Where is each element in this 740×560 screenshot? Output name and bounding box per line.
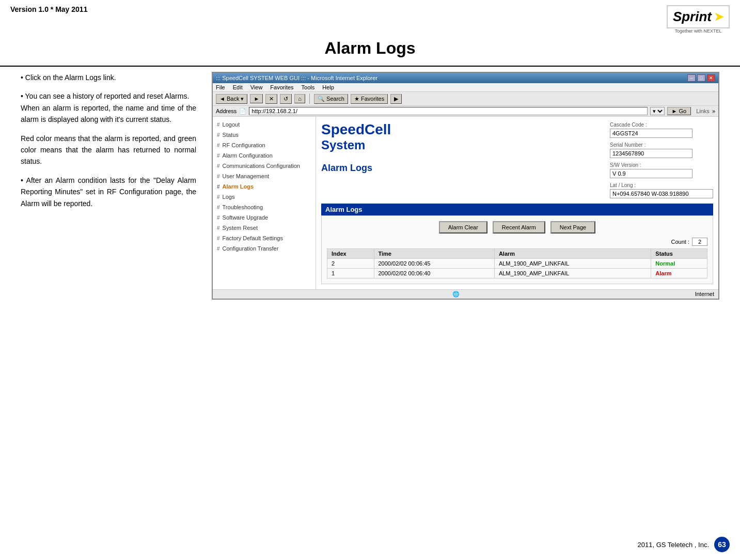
nav-troubleshooting[interactable]: # Troubleshooting bbox=[213, 202, 316, 212]
speedcell-brand-line1: SpeedCell bbox=[321, 122, 391, 138]
browser-addressbar: Address 📄 ▾ ► Go Links » bbox=[213, 106, 718, 117]
serial-number-label: Serial Number : bbox=[610, 142, 713, 148]
lat-long-field: Lat / Long : bbox=[610, 182, 713, 198]
statusbar-right: Internet bbox=[695, 291, 714, 298]
menu-edit[interactable]: Edit bbox=[233, 84, 243, 90]
nav-rf-config[interactable]: # RF Configuration bbox=[213, 140, 316, 150]
col-status: Status bbox=[651, 249, 707, 259]
nav-software-upgrade[interactable]: # Software Upgrade bbox=[213, 212, 316, 223]
browser-toolbar: ◄ Back ▾ ► ✕ ↺ ⌂ 🔍 Search ★ Favorites ▶ bbox=[213, 92, 718, 106]
browser-menubar: File Edit View Favorites Tools Help bbox=[213, 83, 718, 92]
footer-text: 2011, GS Teletech , Inc. bbox=[637, 541, 709, 549]
menu-view[interactable]: View bbox=[250, 84, 263, 90]
page-title: Alarm Logs bbox=[0, 39, 740, 58]
sprint-logo: Sprint ➤ Together with NEXTEL bbox=[667, 5, 730, 34]
links-chevron-icon: » bbox=[712, 108, 715, 114]
maximize-button[interactable]: □ bbox=[697, 74, 705, 82]
web-page-content: # Logout # Status # RF Configuration # A… bbox=[213, 117, 718, 289]
nav-alarm-logs[interactable]: # Alarm Logs bbox=[213, 181, 316, 192]
serial-number-input[interactable] bbox=[610, 149, 692, 158]
browser-window: ::: SpeedCell SYSTEM WEB GUI ::: - Micro… bbox=[212, 72, 719, 300]
close-button[interactable]: ✕ bbox=[707, 74, 715, 82]
page-footer: 2011, GS Teletech , Inc. 63 bbox=[637, 537, 730, 552]
back-button[interactable]: ◄ Back ▾ bbox=[216, 94, 247, 104]
forward-button[interactable]: ► bbox=[250, 94, 263, 103]
sw-version-field: S/W Version : bbox=[610, 162, 713, 178]
sprint-name: Sprint bbox=[673, 9, 712, 25]
row1-status: Normal bbox=[651, 259, 707, 269]
menu-help[interactable]: Help bbox=[322, 84, 334, 90]
version-text: Version 1.0 * May 2011 bbox=[10, 5, 87, 13]
lat-long-input[interactable] bbox=[610, 189, 713, 198]
nav-alarm-config[interactable]: # Alarm Configuration bbox=[213, 150, 316, 161]
info-fields: Cascade Code : Serial Number : S/W Versi… bbox=[610, 122, 713, 198]
alarm-table: Index Time Alarm Status 2 2000/02/02 00:… bbox=[327, 248, 707, 278]
page-number: 63 bbox=[714, 537, 730, 552]
left-panel: • Click on the Alarm Logs link. • You ca… bbox=[21, 72, 196, 300]
search-button[interactable]: 🔍 Search bbox=[314, 94, 348, 104]
row1-alarm: ALM_1900_AMP_LINKFAIL bbox=[494, 259, 651, 269]
alarm-logs-content: Alarm Clear Recent Alarm Next Page Count… bbox=[321, 215, 713, 284]
toolbar-separator bbox=[309, 94, 310, 104]
sw-version-input[interactable] bbox=[610, 169, 692, 178]
bullet-2: • You can see a history of reported and … bbox=[21, 90, 196, 125]
page-header: Version 1.0 * May 2011 Sprint ➤ Together… bbox=[0, 0, 740, 36]
col-time: Time bbox=[374, 249, 494, 259]
nav-user-mgmt[interactable]: # User Management bbox=[213, 171, 316, 181]
menu-tools[interactable]: Tools bbox=[302, 84, 315, 90]
bullet-4: • After an Alarm condition lasts for the… bbox=[21, 175, 196, 209]
count-label: Count : bbox=[671, 239, 689, 245]
go-button[interactable]: ► Go bbox=[667, 107, 691, 115]
bullet-2-detail: When an alarm is reported, the name and … bbox=[21, 104, 196, 123]
row2-index: 1 bbox=[327, 269, 374, 278]
row2-time: 2000/02/02 00:06:40 bbox=[374, 269, 494, 278]
browser-title: ::: SpeedCell SYSTEM WEB GUI ::: - Micro… bbox=[216, 75, 377, 81]
nav-config-transfer[interactable]: # Configuration Transfer bbox=[213, 243, 316, 254]
browser-statusbar: 🌐 Internet bbox=[213, 289, 718, 299]
nav-status[interactable]: # Status bbox=[213, 130, 316, 140]
menu-favorites[interactable]: Favorites bbox=[270, 84, 293, 90]
col-alarm: Alarm bbox=[494, 249, 651, 259]
address-dropdown[interactable]: ▾ bbox=[650, 107, 665, 115]
col-index: Index bbox=[327, 249, 374, 259]
bullet-2-text: • You can see a history of reported and … bbox=[21, 92, 189, 100]
alarm-clear-button[interactable]: Alarm Clear bbox=[439, 221, 487, 234]
nav-system-reset[interactable]: # System Reset bbox=[213, 223, 316, 233]
serial-number-field: Serial Number : bbox=[610, 142, 713, 158]
address-icon: 📄 bbox=[239, 108, 246, 115]
minimize-button[interactable]: – bbox=[687, 74, 696, 82]
browser-window-controls: – □ ✕ bbox=[687, 74, 715, 82]
row2-status: Alarm bbox=[651, 269, 707, 278]
cascade-code-label: Cascade Code : bbox=[610, 122, 713, 128]
nav-logs[interactable]: # Logs bbox=[213, 192, 316, 202]
menu-file[interactable]: File bbox=[216, 84, 225, 90]
row1-time: 2000/02/02 00:06:45 bbox=[374, 259, 494, 269]
nav-factory-defaults[interactable]: # Factory Default Settings bbox=[213, 233, 316, 243]
table-row: 2 2000/02/02 00:06:45 ALM_1900_AMP_LINKF… bbox=[327, 259, 707, 269]
row1-index: 2 bbox=[327, 259, 374, 269]
address-input[interactable] bbox=[249, 107, 647, 115]
recent-alarm-button[interactable]: Recent Alarm bbox=[493, 221, 545, 234]
speedcell-brand-line2: System bbox=[321, 138, 391, 152]
media-button[interactable]: ▶ bbox=[390, 94, 402, 104]
table-row: 1 2000/02/02 00:06:40 ALM_1900_AMP_LINKF… bbox=[327, 269, 707, 278]
favorites-button[interactable]: ★ Favorites bbox=[351, 94, 388, 104]
main-content: • Click on the Alarm Logs link. • You ca… bbox=[0, 66, 740, 305]
refresh-button[interactable]: ↺ bbox=[280, 94, 292, 104]
count-row: Count : 2 bbox=[327, 238, 707, 246]
nav-logout[interactable]: # Logout bbox=[213, 119, 316, 130]
speedcell-header: SpeedCell System Alarm Logs Cascade Code… bbox=[321, 122, 713, 198]
sprint-tagline: Together with NEXTEL bbox=[674, 28, 721, 34]
nav-comms-config[interactable]: # Communications Configuration bbox=[213, 161, 316, 171]
alarm-logs-section-title: Alarm Logs bbox=[321, 204, 713, 215]
cascade-code-input[interactable] bbox=[610, 129, 692, 138]
lat-long-label: Lat / Long : bbox=[610, 182, 713, 188]
web-main: SpeedCell System Alarm Logs Cascade Code… bbox=[316, 117, 718, 289]
row2-alarm: ALM_1900_AMP_LINKFAIL bbox=[494, 269, 651, 278]
stop-button[interactable]: ✕ bbox=[265, 94, 277, 104]
home-button[interactable]: ⌂ bbox=[294, 94, 305, 103]
bullet-1: • Click on the Alarm Logs link. bbox=[21, 72, 196, 83]
alarm-logs-section: Alarm Logs Alarm Clear Recent Alarm Next… bbox=[321, 204, 713, 284]
bullet-3: Red color means that the alarm is report… bbox=[21, 133, 196, 167]
next-page-button[interactable]: Next Page bbox=[550, 221, 595, 234]
